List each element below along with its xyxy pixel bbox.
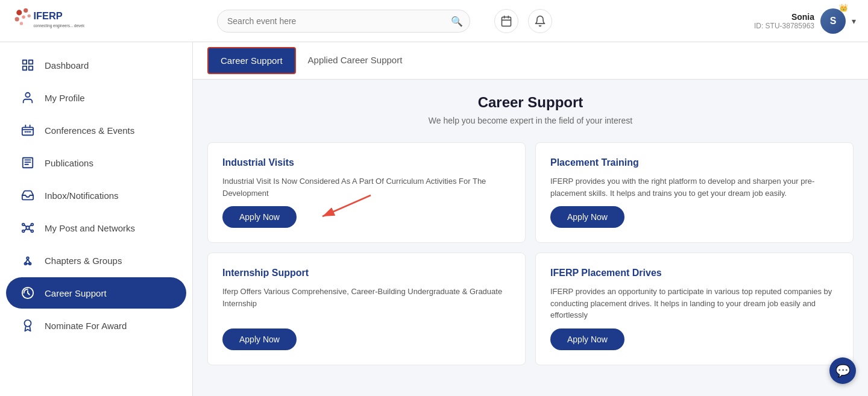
card-internship-support: Internship Support Iferp Offers Various … bbox=[207, 253, 526, 365]
svg-point-2 bbox=[15, 17, 19, 21]
networks-icon bbox=[20, 221, 35, 235]
svg-text:IFERP: IFERP bbox=[33, 10, 62, 20]
svg-line-26 bbox=[25, 229, 27, 231]
user-info: Sonia ID: STU-38785963 bbox=[754, 12, 814, 30]
conferences-icon bbox=[20, 123, 35, 137]
svg-rect-12 bbox=[23, 60, 27, 64]
svg-point-1 bbox=[24, 8, 28, 12]
svg-rect-13 bbox=[29, 60, 33, 64]
sidebar: Dashboard My Profile Conferences & Event… bbox=[0, 42, 193, 396]
sidebar-item-career-support[interactable]: Career Support bbox=[6, 277, 186, 309]
logo-area: IFERP connecting engineers... developing… bbox=[12, 6, 205, 36]
cards-grid: Industrial Visits Industrial Visit Is No… bbox=[207, 142, 854, 365]
sidebar-item-nominate-award[interactable]: Nominate For Award bbox=[6, 310, 186, 341]
sidebar-item-inbox[interactable]: Inbox/Notifications bbox=[6, 180, 186, 211]
sidebar-item-chapters-groups[interactable]: Chapters & Groups bbox=[6, 245, 186, 276]
card-placement-training: Placement Training IFERP provides you wi… bbox=[535, 142, 854, 243]
inbox-icon bbox=[20, 188, 35, 203]
iferp-logo: IFERP connecting engineers... developing… bbox=[12, 6, 84, 36]
sidebar-label-inbox: Inbox/Notifications bbox=[45, 190, 119, 201]
card-desc-placement-training: IFERP provides you with the right platfo… bbox=[550, 175, 838, 199]
svg-line-24 bbox=[25, 225, 27, 227]
tab-applied-career-support[interactable]: Applied Career Support bbox=[296, 44, 415, 78]
search-icon: 🔍 bbox=[451, 15, 463, 27]
layout: Dashboard My Profile Conferences & Event… bbox=[0, 42, 868, 396]
card-title-iferp-placement-drives: IFERP Placement Drives bbox=[550, 268, 838, 278]
award-icon bbox=[20, 318, 35, 333]
header-icons bbox=[494, 9, 552, 33]
sidebar-item-publications[interactable]: Publications bbox=[6, 147, 186, 178]
avatar-initials: S bbox=[830, 16, 837, 27]
card-desc-iferp-placement-drives: IFERP provides an opportunity to partici… bbox=[550, 286, 838, 321]
apply-btn-placement-training[interactable]: Apply Now bbox=[550, 206, 624, 228]
svg-rect-15 bbox=[23, 66, 27, 70]
user-id: ID: STU-38785963 bbox=[754, 22, 814, 30]
crown-icon: 👑 bbox=[839, 4, 848, 12]
notification-icon-btn[interactable] bbox=[528, 9, 552, 33]
apply-btn-iferp-placement-drives[interactable]: Apply Now bbox=[550, 328, 624, 350]
sidebar-label-my-post: My Post and Networks bbox=[45, 223, 135, 233]
sidebar-item-my-post-networks[interactable]: My Post and Networks bbox=[6, 212, 186, 244]
career-support-icon bbox=[20, 286, 35, 300]
calendar-icon-btn[interactable] bbox=[494, 9, 518, 33]
svg-point-4 bbox=[27, 14, 30, 17]
sidebar-label-chapters: Chapters & Groups bbox=[45, 256, 122, 266]
sidebar-label-nominate: Nominate For Award bbox=[45, 321, 127, 331]
tab-career-support[interactable]: Career Support bbox=[207, 47, 296, 74]
card-industrial-visits: Industrial Visits Industrial Visit Is No… bbox=[207, 142, 526, 243]
avatar: S 👑 bbox=[820, 8, 846, 34]
dashboard-icon bbox=[20, 58, 35, 72]
apply-btn-internship-support[interactable]: Apply Now bbox=[222, 328, 297, 350]
card-title-internship-support: Internship Support bbox=[222, 268, 511, 278]
card-title-industrial-visits: Industrial Visits bbox=[222, 157, 511, 168]
apply-btn-industrial-visits[interactable]: Apply Now bbox=[222, 206, 297, 228]
svg-point-3 bbox=[22, 15, 25, 18]
svg-line-32 bbox=[28, 259, 30, 263]
sidebar-label-career-support: Career Support bbox=[45, 288, 107, 298]
svg-line-25 bbox=[29, 225, 31, 227]
chapters-icon bbox=[20, 253, 35, 268]
search-input[interactable] bbox=[217, 10, 470, 33]
sidebar-item-my-profile[interactable]: My Profile bbox=[6, 82, 186, 113]
publications-icon bbox=[20, 156, 35, 170]
sidebar-label-conferences: Conferences & Events bbox=[45, 125, 134, 136]
career-support-section: Career Support We help you become expert… bbox=[193, 80, 868, 380]
sidebar-label-my-profile: My Profile bbox=[45, 93, 85, 103]
section-subtitle: We help you become expert in the field o… bbox=[207, 116, 854, 125]
calendar-icon bbox=[500, 15, 512, 27]
sidebar-item-conferences-events[interactable]: Conferences & Events bbox=[6, 115, 186, 146]
user-area[interactable]: Sonia ID: STU-38785963 S 👑 ▾ bbox=[754, 8, 856, 34]
chat-icon: 💬 bbox=[835, 363, 851, 378]
chat-button[interactable]: 💬 bbox=[829, 357, 856, 384]
card-iferp-placement-drives: IFERP Placement Drives IFERP provides an… bbox=[535, 253, 854, 365]
section-header: Career Support We help you become expert… bbox=[207, 94, 854, 125]
search-bar: 🔍 bbox=[217, 10, 470, 33]
sidebar-label-publications: Publications bbox=[45, 158, 93, 168]
svg-rect-8 bbox=[502, 17, 511, 26]
main-content: Career Support Applied Career Support Ca… bbox=[193, 42, 868, 396]
card-desc-industrial-visits: Industrial Visit Is Now Considered As A … bbox=[222, 175, 511, 199]
section-title: Career Support bbox=[207, 94, 854, 111]
tabs-bar: Career Support Applied Career Support bbox=[193, 42, 868, 80]
sidebar-label-dashboard: Dashboard bbox=[45, 60, 89, 71]
sidebar-item-dashboard[interactable]: Dashboard bbox=[6, 49, 186, 81]
user-name: Sonia bbox=[754, 12, 814, 22]
profile-icon bbox=[20, 90, 35, 105]
bell-icon bbox=[534, 15, 546, 27]
svg-line-27 bbox=[29, 229, 31, 231]
header: IFERP connecting engineers... developing… bbox=[0, 0, 868, 42]
svg-point-5 bbox=[20, 22, 23, 25]
svg-point-16 bbox=[25, 93, 30, 97]
svg-rect-14 bbox=[29, 66, 33, 70]
svg-text:connecting engineers... develo: connecting engineers... developing resea… bbox=[33, 23, 84, 28]
chevron-down-icon: ▾ bbox=[852, 16, 856, 26]
svg-point-0 bbox=[16, 10, 22, 15]
card-title-placement-training: Placement Training bbox=[550, 157, 838, 168]
card-desc-internship-support: Iferp Offers Various Comprehensive, Care… bbox=[222, 286, 511, 321]
